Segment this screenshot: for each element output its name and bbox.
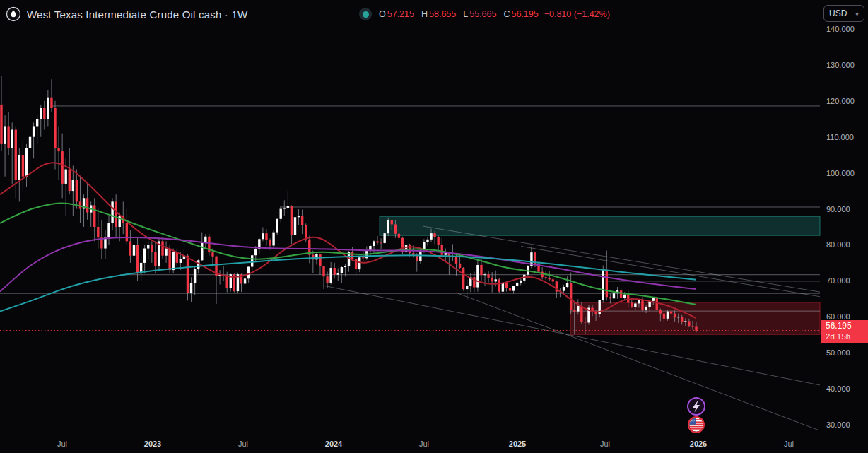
price-tick-label: 40.000 (826, 384, 850, 393)
open-value: 57.215 (387, 9, 414, 19)
us-flag-icon[interactable] (688, 417, 704, 433)
low-label: L (463, 9, 468, 19)
price-chart-svg[interactable] (0, 0, 821, 435)
symbol-header[interactable]: West Texas Intermediate Crude Oil cash ·… (6, 6, 247, 23)
candle-wicks (1, 76, 696, 334)
oil-drop-logo-icon (6, 6, 21, 22)
time-tick-year: 2025 (509, 440, 526, 448)
currency-selector[interactable]: USD ▾ (823, 5, 864, 22)
change-value: −0.810 (−1.42%) (544, 9, 610, 19)
time-axis[interactable]: Jul2023Jul2024Jul2025Jul2026Jul (0, 435, 868, 453)
high-label: H (421, 9, 428, 19)
time-tick-month: Jul (57, 440, 67, 448)
price-tick-label: 50.000 (826, 348, 850, 357)
price-tick-label: 120.000 (826, 97, 855, 105)
ohlc-legend: O57.215 H58.655 L55.665 C56.195 −0.810 (… (359, 7, 610, 21)
supply-zone[interactable] (380, 216, 820, 235)
open-label: O (379, 9, 386, 19)
descending-trendline-2[interactable] (521, 246, 820, 296)
currency-label: USD (829, 8, 847, 18)
high-value: 58.655 (429, 9, 456, 19)
time-tick-month: Jul (238, 440, 248, 448)
price-tick-label: 90.000 (826, 205, 850, 213)
axis-separator (821, 435, 821, 453)
symbol-title: West Texas Intermediate Crude Oil cash ·… (27, 8, 247, 20)
time-tick-year: 2023 (144, 440, 161, 448)
last-price-value: 56.195 (826, 321, 868, 331)
close-label: C (503, 9, 510, 19)
time-tick-month: Jul (784, 440, 794, 448)
low-value: 55.665 (469, 9, 496, 19)
chevron-down-icon: ▾ (855, 10, 859, 18)
time-tick-year: 2024 (325, 440, 342, 448)
time-tick-month: Jul (600, 440, 610, 448)
lightning-icon[interactable] (688, 398, 705, 415)
close-value: 56.195 (511, 9, 538, 19)
time-tick-year: 2026 (690, 440, 707, 448)
price-tick-label: 30.000 (826, 420, 850, 429)
price-tick-label: 70.000 (826, 276, 850, 285)
bar-countdown: 2d 15h (826, 331, 868, 342)
chart-canvas[interactable] (0, 0, 821, 435)
time-tick-month: Jul (419, 440, 429, 448)
series-marker-icon (359, 8, 372, 20)
price-tick-label: 140.000 (826, 25, 855, 33)
price-tick-label: 100.000 (826, 169, 855, 177)
last-price-label: 56.195 2d 15h (821, 320, 868, 343)
price-axis[interactable]: USD ▾ 140.000130.000120.000110.000100.00… (821, 0, 868, 435)
price-tick-label: 80.000 (826, 240, 850, 249)
price-tick-label: 130.000 (826, 61, 855, 69)
price-tick-label: 110.000 (826, 133, 854, 141)
